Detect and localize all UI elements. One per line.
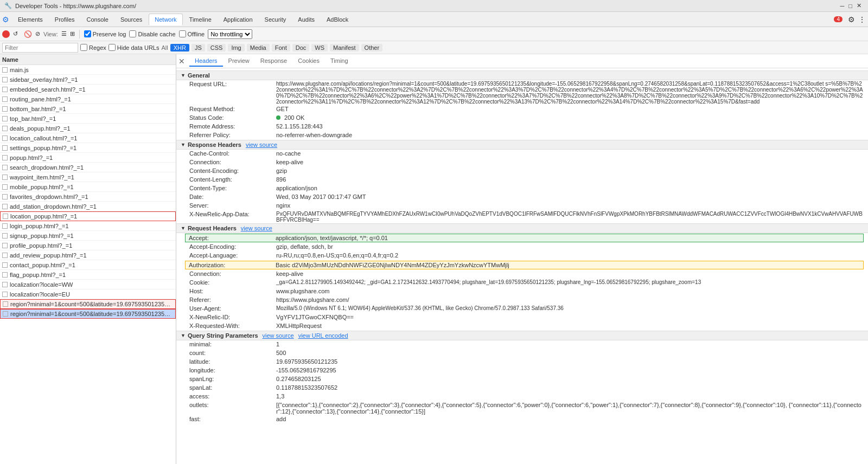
tab-response[interactable]: Response [255, 56, 293, 67]
item-checkbox[interactable] [2, 87, 8, 92]
tab-sources[interactable]: Sources [115, 14, 148, 25]
filter-doc[interactable]: Doc [292, 44, 310, 51]
list-item[interactable]: region?minimal=1&count=500&latitude=19.6… [0, 299, 176, 309]
reload-button[interactable]: ↺ [13, 30, 21, 38]
response-headers-view-source[interactable]: view source [246, 141, 277, 148]
close-btn[interactable]: ✕ [857, 2, 861, 9]
item-checkbox[interactable] [2, 253, 8, 258]
list-item[interactable]: location_popup.html?_=1 [0, 211, 176, 221]
tab-preview[interactable]: Preview [223, 56, 255, 67]
tab-audits[interactable]: Audits [292, 14, 320, 25]
list-item[interactable]: sidebar_overlay.html?_=1 [0, 75, 176, 85]
item-checkbox[interactable] [2, 77, 8, 82]
clear-button[interactable]: 🚫 [24, 30, 32, 38]
filter-media[interactable]: Media [247, 44, 270, 51]
tab-timeline[interactable]: Timeline [184, 14, 217, 25]
request-headers-view-source[interactable]: view source [241, 225, 272, 231]
filter-js[interactable]: JS [192, 44, 205, 51]
disable-cache-checkbox[interactable] [129, 30, 136, 37]
view-list-icon[interactable]: ☰ [61, 30, 67, 37]
record-button[interactable] [2, 30, 10, 38]
filter-manifest[interactable]: Manifest [330, 44, 359, 51]
filter-font[interactable]: Font [272, 44, 290, 51]
query-view-url-encoded[interactable]: view URL encoded [298, 332, 348, 339]
view-grid-icon[interactable]: ⊞ [70, 30, 75, 37]
filter-xhr[interactable]: XHR [170, 44, 189, 51]
item-checkbox[interactable] [2, 116, 8, 121]
disable-cache-label[interactable]: Disable cache [129, 30, 175, 37]
list-item[interactable]: flag_popup.html?_=1 [0, 270, 176, 280]
list-item[interactable]: popup.html?_=1 [0, 153, 176, 163]
item-checkbox[interactable] [2, 67, 8, 73]
tab-headers[interactable]: Headers [189, 56, 223, 67]
tab-console[interactable]: Console [81, 14, 114, 25]
item-checkbox[interactable] [2, 282, 8, 287]
list-item[interactable]: waypoint_item.html?_=1 [0, 172, 176, 182]
query-string-section[interactable]: ▼ Query String Parameters view source vi… [176, 331, 868, 340]
item-checkbox[interactable] [2, 233, 8, 239]
item-checkbox[interactable] [2, 204, 8, 209]
list-item[interactable]: contact_popup.html?_=1 [0, 260, 176, 270]
filter-css[interactable]: CSS [207, 44, 226, 51]
hide-data-urls-checkbox[interactable] [108, 44, 116, 51]
item-checkbox[interactable] [2, 96, 8, 102]
tab-timing[interactable]: Timing [325, 56, 354, 67]
list-item[interactable]: favorites_dropdown.html?_=1 [0, 192, 176, 202]
list-item[interactable]: settings_popup.html?_=1 [0, 143, 176, 153]
maximize-btn[interactable]: □ [848, 3, 852, 9]
request-headers-section[interactable]: ▼ Request Headers view source [176, 223, 868, 233]
offline-label[interactable]: Offline [179, 30, 205, 37]
close-detail-button[interactable]: ✕ [178, 57, 185, 66]
list-item[interactable]: bottom_bar.html?_=1 [0, 104, 176, 114]
list-item[interactable]: add_station_dropdown.html?_=1 [0, 202, 176, 211]
tab-application[interactable]: Application [218, 14, 258, 25]
list-item-selected[interactable]: region?minimal=1&count=500&latitude=19.6… [0, 309, 176, 319]
filter-ws[interactable]: WS [311, 44, 328, 51]
general-section-header[interactable]: ▼ General [176, 70, 868, 80]
list-item[interactable]: routing_pane.html?_=1 [0, 94, 176, 104]
filter-other[interactable]: Other [361, 44, 383, 51]
minimize-btn[interactable]: ─ [840, 3, 845, 9]
settings-icon[interactable]: ⚙ [848, 15, 855, 24]
list-item[interactable]: signup_popup.html?_=1 [0, 231, 176, 241]
list-item[interactable]: mobile_popup.html?_=1 [0, 182, 176, 192]
item-checkbox[interactable] [3, 301, 8, 307]
regex-checkbox[interactable] [80, 44, 87, 51]
list-item[interactable]: embedded_search.html?_=1 [0, 85, 176, 94]
item-checkbox[interactable] [2, 262, 8, 268]
list-item[interactable]: main.js [0, 65, 176, 75]
list-item[interactable]: top_bar.html?_=1 [0, 114, 176, 124]
list-item[interactable]: login_popup.html?_=1 [0, 221, 176, 231]
item-checkbox[interactable] [2, 106, 8, 112]
item-checkbox[interactable] [2, 292, 8, 297]
filter-input[interactable] [2, 43, 78, 53]
tab-adblock[interactable]: AdBlock [321, 14, 354, 25]
response-headers-section[interactable]: ▼ Response Headers view source [176, 140, 868, 150]
tab-elements[interactable]: Elements [12, 14, 48, 25]
list-item[interactable]: profile_popup.html?_=1 [0, 241, 176, 250]
item-checkbox[interactable] [2, 136, 8, 141]
filter-button[interactable]: ⊘ [35, 30, 40, 37]
list-item[interactable]: search_dropdown.html?_=1 [0, 163, 176, 172]
more-tools-icon[interactable]: ⋮ [858, 15, 866, 24]
item-checkbox[interactable] [2, 155, 8, 160]
item-checkbox[interactable] [2, 184, 8, 190]
preserve-log-label[interactable]: Preserve log [84, 30, 126, 37]
list-item[interactable]: add_review_popup.html?_=1 [0, 250, 176, 260]
query-view-source[interactable]: view source [263, 332, 294, 339]
item-checkbox[interactable] [2, 272, 8, 278]
list-item[interactable]: localization?locale=EU [0, 289, 176, 299]
item-checkbox[interactable] [2, 126, 8, 131]
hide-data-urls-label[interactable]: Hide data URLs [108, 44, 159, 51]
item-checkbox[interactable] [2, 165, 8, 170]
item-checkbox[interactable] [3, 311, 8, 317]
regex-label[interactable]: Regex [80, 44, 106, 51]
list-item[interactable]: localization?locale=WW [0, 280, 176, 289]
tab-profiles[interactable]: Profiles [49, 14, 80, 25]
preserve-log-checkbox[interactable] [84, 30, 91, 37]
item-checkbox[interactable] [2, 175, 8, 180]
filter-img[interactable]: Img [228, 44, 244, 51]
item-checkbox[interactable] [3, 214, 8, 219]
item-checkbox[interactable] [2, 194, 8, 199]
item-checkbox[interactable] [2, 223, 8, 229]
